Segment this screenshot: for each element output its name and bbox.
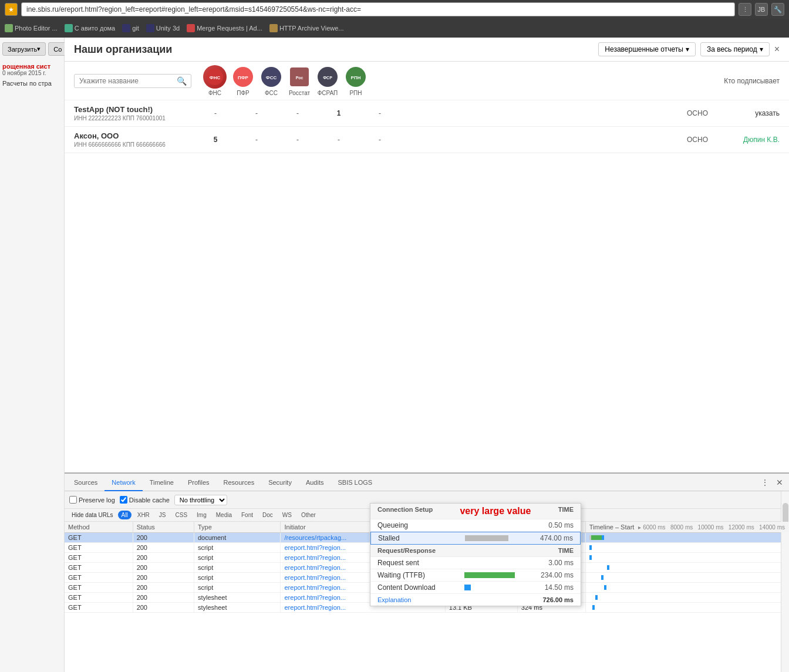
app-header-controls: Незавершенные отчеты ▾ За весь период ▾ … [598,42,780,56]
devtools-panel: Sources Network Timeline Profiles Resour… [65,472,789,672]
org-tax-2: ОСНО [674,136,721,144]
period-dropdown[interactable]: За весь период ▾ [700,42,770,56]
browser-chrome: ★ ⋮ JB 🔧 Photo Editor ... С авито дома g… [0,0,789,38]
cell-status: 200 [133,533,194,543]
org-icon-pfr: ПФР ПФР [231,65,255,96]
devtools-tab-resources[interactable]: Resources [217,474,262,491]
col-status[interactable]: Status [133,522,194,533]
filter-all[interactable]: All [118,511,132,519]
org-fns-2: 5 [201,136,230,144]
hide-data-urls-btn[interactable]: Hide data URLs [69,511,116,519]
request-sent-bar [464,560,528,566]
extension-btn-1[interactable]: JB [755,3,768,16]
timing-explanation-row[interactable]: Explanation 726.00 ms [370,594,581,606]
org-icon-fscrap: ФСР ФСРАП [316,65,339,96]
org-list: TestApp (NOT touch!) ИНН 2222222223 КПП … [65,100,789,153]
devtools-tab-audits[interactable]: Audits [299,474,331,491]
org-fss-2: - [283,136,312,144]
svg-text:Рос: Рос [296,76,304,80]
svg-text:РПН: РПН [351,75,361,80]
org-sub-2: ИНН 6666666666 КПП 666666666 [74,141,191,148]
app-title: Наши организации [74,43,172,56]
devtools-tab-sbis-logs[interactable]: SBIS LOGS [331,474,379,491]
devtools-tab-security[interactable]: Security [261,474,299,491]
filter-js[interactable]: JS [156,511,170,519]
cell-status: 200 [133,543,194,553]
load-button[interactable]: Загрузить ▾ [2,42,46,56]
who-signs-label: Кто подписывает [724,77,780,85]
browser-menu-btn[interactable]: ⋮ [739,3,751,16]
col-method[interactable]: Method [65,522,133,533]
request-response-header: Request/Response TIME [370,545,581,557]
bookmark-git[interactable]: git [122,24,139,32]
devtools-tab-sources[interactable]: Sources [67,474,104,491]
search-button[interactable]: 🔍 [174,76,189,86]
org-name-2: Аксон, ООО [74,131,191,140]
bookmark-photo-editor[interactable]: Photo Editor ... [5,24,58,32]
search-input[interactable] [75,75,174,87]
devtools-scrollbar[interactable] [781,491,789,672]
org-fss-1: - [283,109,312,117]
devtools-tab-timeline[interactable]: Timeline [143,474,181,491]
devtools-more-btn[interactable]: ⋮ [757,474,773,491]
app-header: Наши организации Незавершенные отчеты ▾ … [65,38,789,62]
org-info-2: Аксон, ООО ИНН 6666666666 КПП 666666666 [74,131,191,148]
timing-row-stalled: Stalled 474.00 ms [370,532,581,545]
cell-type: document [194,533,281,543]
bookmark-http-archive[interactable]: HTTP Archive Viewe... [269,24,344,32]
url-bar: ★ ⋮ JB 🔧 [0,0,789,19]
bookmark-avito[interactable]: С авито дома [65,24,115,32]
app-close-button[interactable]: × [774,44,780,55]
app-label: рощенная сист [2,63,62,70]
devtools-tab-profiles[interactable]: Profiles [181,474,217,491]
filter-xhr[interactable]: XHR [134,511,153,519]
app-panel: Наши организации Незавершенные отчеты ▾ … [65,38,789,672]
devtools-close-btn[interactable]: ✕ [773,474,787,491]
throttle-select[interactable]: No throttling ▾ [174,495,227,505]
svg-text:ФСС: ФСС [266,75,277,80]
col-timeline[interactable]: Timeline – Start ▸ 6000 ms 8000 ms 10000… [585,522,788,533]
filter-font[interactable]: Font [238,511,257,519]
connection-setup-header: Connection Setup very large value TIME [370,504,581,519]
content-download-bar [464,585,528,590]
org-info-1: TestApp (NOT touch!) ИНН 2222222223 КПП … [74,105,191,121]
filter-other[interactable]: Other [298,511,319,519]
waiting-bar [464,572,528,578]
timing-row-queueing: Queueing 0.50 ms [370,519,581,532]
url-input[interactable] [21,2,735,16]
bookmarks-bar: Photo Editor ... С авито дома git Unity … [0,19,789,38]
svg-text:ФНС: ФНС [210,75,221,80]
filter-media[interactable]: Media [213,511,235,519]
stalled-bar [465,535,527,541]
cell-method: GET [65,543,133,553]
queueing-bar [464,522,528,528]
filter-ws[interactable]: WS [279,511,295,519]
bookmark-unity[interactable]: Unity 3d [146,24,180,32]
timing-row-content-download: Content Download 14.50 ms [370,582,581,594]
filter-doc[interactable]: Doc [259,511,277,519]
preserve-log-checkbox[interactable]: Preserve log [69,496,115,504]
org-row-1: TestApp (NOT touch!) ИНН 2222222223 КПП … [65,100,789,127]
extension-btn-2[interactable]: 🔧 [771,3,784,16]
org-name-1: TestApp (NOT touch!) [74,105,191,114]
org-signer-1[interactable]: указать [721,109,780,117]
bookmark-merge-requests[interactable]: Merge Requests | Ad... [187,24,262,32]
org-row-2: Аксон, ООО ИНН 6666666666 КПП 666666666 … [65,127,789,153]
org-icon-fns: ФНС ФНС [203,65,227,96]
org-icon-rosstat: Рос Росстат [288,65,311,96]
org-signer-2[interactable]: Дюпин К.В. [721,136,780,144]
svg-text:ФСР: ФСР [323,76,332,80]
col-type[interactable]: Type [194,522,281,533]
org-rosstat-1: 1 [324,109,353,117]
filter-img[interactable]: Img [193,511,210,519]
org-rosstat-2: - [324,136,353,144]
svg-text:ПФР: ПФР [238,75,249,80]
disable-cache-checkbox[interactable]: Disable cache [120,496,170,504]
filter-css[interactable]: CSS [172,511,191,519]
bookmark-star-btn[interactable]: ★ [5,3,18,16]
reports-label: Расчеты по стра [2,80,62,87]
devtools-tab-network[interactable]: Network [104,474,142,491]
org-fns-1: - [201,109,230,117]
org-icons-row: 🔍 ФНС ФНС ПФР ПФР ФСС ФСС [65,62,789,100]
filter-dropdown[interactable]: Незавершенные отчеты ▾ [598,42,696,56]
